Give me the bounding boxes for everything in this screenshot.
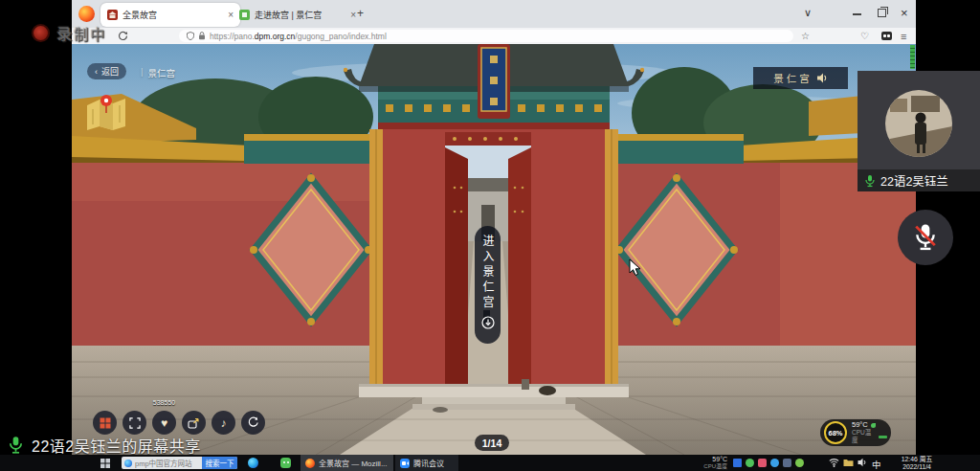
extension-icon[interactable]	[881, 32, 892, 40]
share-button[interactable]	[182, 411, 206, 435]
map-button[interactable]	[83, 90, 129, 134]
taskbar-firefox-window[interactable]: 全景故宫 — Mozill...	[301, 455, 393, 471]
taskbar-clock[interactable]: 12:46 周五 2022/11/4	[886, 456, 947, 470]
tray-app-gray-icon[interactable]	[783, 459, 791, 467]
tab-close-icon[interactable]: ×	[350, 11, 356, 20]
mic-muted-icon	[913, 223, 938, 252]
mic-on-icon	[8, 436, 24, 455]
audio-guide-button[interactable]: 景仁宫	[753, 67, 848, 89]
audio-location-label: 景仁宫	[773, 71, 813, 85]
fullscreen-button[interactable]	[122, 411, 146, 435]
tray-app-blue-icon[interactable]	[733, 459, 742, 467]
music-button[interactable]: ♪	[212, 411, 235, 435]
firefox-logo-icon	[78, 6, 95, 22]
auto-rotate-button[interactable]	[241, 411, 265, 435]
record-dot-icon	[32, 24, 50, 42]
green-favicon	[239, 10, 250, 20]
start-button[interactable]	[100, 459, 110, 468]
tray-temp-monitor[interactable]: 59°C CPU温度	[702, 456, 727, 470]
bookmark-star-icon[interactable]: ☆	[801, 31, 810, 41]
tab-title: 走进故宫 | 景仁宫	[255, 9, 345, 21]
mic-on-icon	[864, 174, 876, 188]
address-bar: https://pano.dpm.org.cn/gugong_pano/inde…	[72, 28, 916, 45]
new-tab-button[interactable]: +	[357, 7, 364, 20]
participant-avatar	[885, 90, 952, 157]
cpu-bar	[879, 436, 887, 438]
taskbar-search-box[interactable]: pmp中国官方网站 搜索一下	[122, 457, 237, 469]
share-banner-text: 22语2吴钰兰的屏幕共享	[32, 434, 201, 457]
location-label: 景仁宫	[147, 66, 175, 79]
enter-jingrengong-button[interactable]: 进入景仁宫	[475, 226, 501, 344]
clock-date: 2022/11/4	[886, 463, 947, 471]
leaf-icon	[871, 423, 876, 428]
like-button[interactable]: ♥	[152, 411, 176, 435]
palace-museum-favicon	[107, 10, 118, 20]
tab-title: 全景故宫	[122, 9, 223, 21]
firefox-window-title: 全景故宫 — Mozill...	[319, 458, 388, 468]
tray-temp-label: CPU温度	[702, 463, 727, 471]
tray-security-icon[interactable]	[795, 459, 804, 467]
system-tray	[733, 459, 804, 467]
share-icon	[188, 417, 200, 429]
speaker-icon	[817, 73, 828, 83]
participant-tile[interactable]: 22语2吴钰兰	[858, 71, 980, 191]
cpu-temp-value: 59°C	[852, 421, 868, 429]
tray-wechat-icon[interactable]	[746, 459, 754, 467]
heart-icon[interactable]: ♡	[860, 31, 869, 41]
tab-zoujin-gugong[interactable]: 走进故宫 | 景仁宫 ×	[233, 3, 363, 27]
taskbar-meeting-window[interactable]: 腾讯会议	[395, 455, 458, 471]
back-chevron-icon: ‹	[95, 67, 98, 77]
breadcrumb-divider: |	[141, 66, 143, 79]
page-scrollbar[interactable]	[910, 45, 915, 69]
browser-window: 全景故宫 × 走进故宫 | 景仁宫 × + ∨ × https://pano.d…	[72, 0, 916, 455]
enter-arrow-icon	[481, 316, 495, 329]
tray-app-pink-icon[interactable]	[758, 459, 767, 467]
edge-icon[interactable]	[248, 458, 258, 468]
mouse-cursor	[629, 258, 642, 278]
tab-list-chevron-icon[interactable]: ∨	[804, 7, 812, 19]
tencent-meeting-icon	[400, 459, 410, 468]
heart-icon: ♥	[161, 416, 167, 430]
tab-pano-gugong[interactable]: 全景故宫 ×	[100, 3, 240, 27]
breadcrumb: | 景仁宫	[141, 66, 175, 79]
grid-view-button[interactable]	[93, 411, 117, 435]
music-note-icon: ♪	[221, 416, 227, 430]
battery-ring: 68%	[824, 421, 847, 444]
shield-icon[interactable]	[187, 32, 194, 40]
page-content: ‹ 返回 | 景仁宫 景仁宫	[72, 44, 916, 455]
cpu-temp-label: CPU温度	[852, 429, 876, 444]
recording-label: 录制中	[57, 23, 106, 43]
lock-icon	[198, 32, 206, 40]
performance-widget: 68% 59°C CPU温度	[820, 419, 891, 446]
search-engine-icon	[124, 460, 132, 467]
speaker-icon[interactable]	[858, 458, 868, 467]
search-go-button[interactable]: 搜索一下	[202, 457, 237, 469]
taskbar: pmp中国官方网站 搜索一下 全景故宫 — Mozill... 腾讯会议 59°…	[0, 455, 980, 471]
screen: 全景故宫 × 走进故宫 | 景仁宫 × + ∨ × https://pano.d…	[0, 0, 980, 471]
search-suggestion-text: pmp中国官方网站	[135, 458, 202, 468]
firefox-icon	[305, 459, 315, 468]
participant-name-bar: 22语2吴钰兰	[858, 169, 980, 191]
wechat-icon[interactable]	[280, 458, 291, 468]
meeting-window-title: 腾讯会议	[413, 458, 444, 468]
close-window-button[interactable]: ×	[901, 6, 908, 20]
ime-indicator[interactable]: 中	[872, 458, 881, 471]
enter-label: 进入景仁宫	[479, 235, 496, 311]
reload-icon[interactable]	[118, 31, 128, 41]
minimize-button[interactable]	[853, 13, 861, 15]
mute-toggle-button[interactable]	[898, 210, 953, 265]
clock-time: 12:46 周五	[886, 456, 947, 463]
restore-button[interactable]	[878, 9, 886, 17]
grid-icon	[100, 417, 111, 429]
tray-qq-icon[interactable]	[770, 459, 779, 467]
participant-name: 22语2吴钰兰	[880, 171, 948, 190]
wifi-icon[interactable]	[829, 458, 839, 467]
folder-icon[interactable]	[843, 458, 854, 467]
page-indicator: 1/14	[475, 435, 509, 451]
fullscreen-icon	[129, 417, 141, 429]
rotate-icon	[247, 416, 259, 429]
back-button[interactable]: ‹ 返回	[87, 63, 126, 79]
tray-temp-value: 59°C	[702, 456, 727, 463]
menu-hamburger-icon[interactable]: ≡	[901, 31, 906, 42]
url-field[interactable]: https://pano.dpm.org.cn/gugong_pano/inde…	[179, 30, 793, 42]
